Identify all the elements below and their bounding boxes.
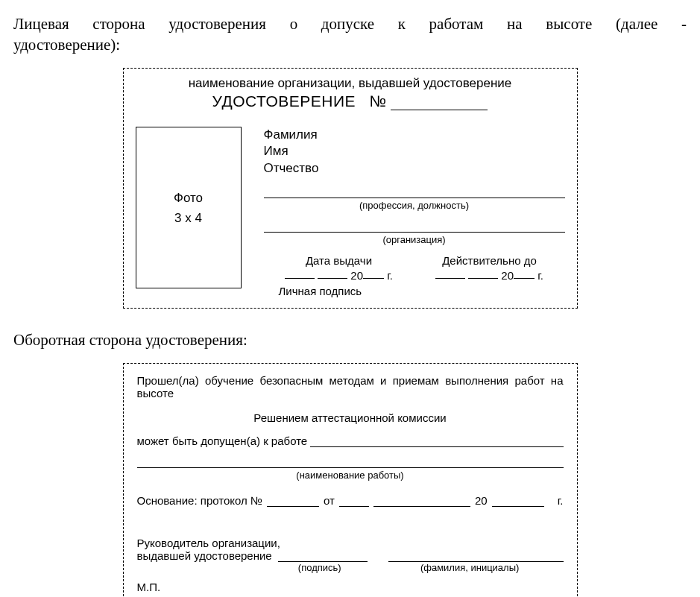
admitted-field-2[interactable] — [137, 456, 564, 468]
patronymic-label: Отчество — [264, 160, 565, 177]
profession-field[interactable] — [264, 181, 565, 198]
from-label: от — [324, 494, 335, 507]
head-line-2: выдавшей удостоверение — [137, 549, 272, 562]
caption-row: выдавшей удостоверение (подпись) (фамили… — [137, 562, 564, 575]
protocol-day[interactable] — [339, 496, 369, 508]
valid-until-month[interactable] — [468, 268, 498, 279]
date-issue-block: Дата выдачи 20 г. — [264, 254, 414, 282]
organization-caption: (организация) — [264, 234, 565, 245]
back-card-wrap: Прошел(ла) обучение безопасным методам и… — [13, 363, 687, 597]
date-issue-day[interactable] — [285, 268, 315, 279]
date-issue-month[interactable] — [318, 268, 347, 279]
dates-row: Дата выдачи 20 г. Действительно до — [264, 254, 565, 282]
valid-until-ymid: 20 — [501, 268, 514, 281]
number-prefix: № — [369, 92, 386, 110]
org-placeholder: наименование организации, выдавшей удост… — [136, 76, 565, 91]
intro-line-1: Лицевая сторона удостоверения о допуске … — [13, 13, 687, 34]
valid-until-suffix: г. — [537, 268, 543, 281]
valid-until-line: 20 г. — [414, 268, 565, 282]
sig-caption: (подпись) — [272, 562, 368, 575]
date-issue-label: Дата выдачи — [264, 254, 414, 267]
front-card: наименование организации, выдавшей удост… — [123, 68, 578, 309]
front-card-wrap: наименование организации, выдавшей удост… — [13, 68, 687, 309]
admitted-row: может быть допущен(а) к работе — [137, 435, 564, 447]
front-body: Фото 3 x 4 Фамилия Имя Отчество (професс… — [136, 127, 565, 297]
basis-row: Основание: протокол № от 20 г. — [137, 494, 564, 507]
admitted-row-2 — [137, 456, 564, 468]
date-issue-line: 20 г. — [264, 268, 414, 282]
date-issue-ymid: 20 — [350, 268, 363, 281]
intro-line-2: удостоверение): — [13, 36, 687, 54]
photo-box: Фото 3 x 4 — [136, 127, 242, 288]
certificate-title-row: УДОСТОВЕРЕНИЕ № — [136, 92, 565, 110]
date-issue-suffix: г. — [387, 268, 393, 281]
valid-until-block: Действительно до 20 г. — [414, 254, 565, 282]
fio-caption: (фамилия, инициалы) — [376, 562, 564, 575]
date-issue-yy[interactable] — [363, 268, 384, 279]
training-line-1: Прошел(ла) обучение безопасным методам и… — [137, 374, 564, 387]
protocol-ymid: 20 — [475, 494, 488, 507]
certificate-word: УДОСТОВЕРЕНИЕ — [212, 92, 356, 110]
head-line-1: Руководитель организации, — [137, 537, 564, 549]
profession-caption: (профессия, должность) — [264, 200, 565, 211]
fields-block: Фамилия Имя Отчество (профессия, должнос… — [264, 127, 565, 297]
back-card: Прошел(ла) обучение безопасным методам и… — [123, 363, 578, 597]
back-title: Оборотная сторона удостоверения: — [13, 331, 687, 350]
valid-until-label: Действительно до — [414, 254, 565, 267]
mp-label: М.П. — [137, 581, 564, 593]
head-fio-field[interactable] — [388, 550, 564, 562]
surname-label: Фамилия — [264, 127, 565, 143]
decision-line: Решением аттестационной комиссии — [137, 411, 564, 424]
admitted-field-1[interactable] — [310, 435, 563, 447]
organization-field[interactable] — [264, 215, 565, 233]
valid-until-yy[interactable] — [514, 268, 535, 279]
name-label: Имя — [264, 143, 565, 159]
valid-until-day[interactable] — [435, 268, 465, 279]
personal-signature: Личная подпись — [279, 285, 565, 297]
work-caption: (наименование работы) — [137, 470, 564, 481]
training-line-2: высоте — [137, 387, 564, 399]
protocol-yy[interactable] — [492, 496, 544, 508]
protocol-month[interactable] — [373, 496, 470, 508]
protocol-suffix: г. — [558, 494, 564, 507]
head-signature-field[interactable] — [278, 550, 368, 562]
photo-label: Фото — [174, 188, 203, 208]
number-field[interactable] — [391, 110, 488, 110]
photo-size: 3 x 4 — [174, 208, 202, 228]
basis-label: Основание: протокол № — [137, 494, 263, 507]
admitted-label: может быть допущен(а) к работе — [137, 435, 308, 447]
protocol-number-field[interactable] — [267, 496, 319, 508]
head-line-2-row: выдавшей удостоверение — [137, 549, 564, 562]
